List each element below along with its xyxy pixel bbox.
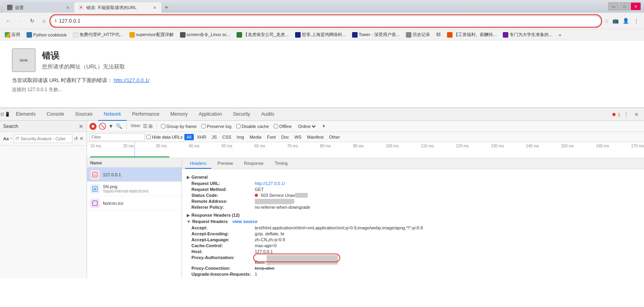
address-bar[interactable]: ℹ 127.0.0.1 xyxy=(51,15,601,27)
forward-button[interactable]: → xyxy=(15,16,25,26)
bookmark-python[interactable]: Python cookbook xyxy=(25,32,68,38)
tick-50ms: 50 ms xyxy=(222,144,232,148)
offline-label: Offline xyxy=(279,124,292,129)
preserve-log-checkbox[interactable] xyxy=(201,124,206,128)
bookmark-proxy[interactable]: 免费代理IP_HTTP代... xyxy=(71,32,124,38)
throttle-select[interactable]: Online xyxy=(296,124,317,129)
devtools-tab-elements[interactable]: Elements xyxy=(10,108,41,121)
filter-type-media[interactable]: Media xyxy=(247,134,264,140)
general-section-header[interactable]: ▶ General xyxy=(187,175,639,179)
bookmark-ye[interactable]: 耶 xyxy=(435,32,442,38)
tab-strip: 设置 ✕ ✕ 错误: 不能获取请求的URL ✕ + xyxy=(3,0,607,13)
detail-tab-response[interactable]: Response xyxy=(239,158,269,169)
request-item-root[interactable]: </> 127.0.0.1 xyxy=(87,168,182,182)
detail-tab-preview[interactable]: Preview xyxy=(213,158,238,169)
search-close-button[interactable]: ✕ xyxy=(79,123,83,130)
timeline-cursor xyxy=(134,142,135,158)
filter-type-ws[interactable]: WS xyxy=(292,134,304,140)
profile-icon[interactable]: 👤 xyxy=(621,16,631,26)
devtools-tab-application-label: Application xyxy=(199,111,222,117)
devtools-tab-application[interactable]: Application xyxy=(193,108,227,121)
request-item-favicon[interactable]: favicon.ico xyxy=(87,196,182,210)
detail-tab-headers[interactable]: Headers xyxy=(185,158,211,169)
tick-140ms: 140 ms xyxy=(526,144,539,148)
bookmark-extend[interactable]: » xyxy=(557,32,563,37)
error-favicon: ✕ xyxy=(78,5,84,10)
hide-data-urls-option[interactable]: Hide data URLs xyxy=(146,135,183,139)
reload-button[interactable]: ↻ xyxy=(27,16,37,26)
search-network-icon[interactable]: 🔍 xyxy=(116,123,122,129)
req-name-main-sn: SN.png xyxy=(103,184,178,189)
search-input[interactable] xyxy=(13,134,72,143)
detail-tab-timing[interactable]: Timing xyxy=(270,158,292,169)
tab-settings[interactable]: 设置 ✕ xyxy=(3,2,74,13)
disable-cache-option[interactable]: Disable cache xyxy=(236,124,269,129)
hide-data-urls-checkbox[interactable] xyxy=(146,135,151,139)
error-link[interactable]: http://127.0.0.1/ xyxy=(114,77,149,83)
disable-cache-checkbox[interactable] xyxy=(236,124,241,128)
view-table-icon[interactable]: ☰ xyxy=(143,123,148,129)
devtools-pointer-icon[interactable]: ⊡ xyxy=(0,112,4,117)
record-button[interactable]: ⏺ xyxy=(89,123,97,130)
bookmark-xiangxiang[interactable]: 想享,上海蜚鸿网络科... xyxy=(294,32,347,38)
bookmark-students[interactable]: 专门为大学生准备的... xyxy=(501,32,554,38)
group-by-frame-option[interactable]: Group by frame xyxy=(161,124,197,129)
offline-checkbox[interactable] xyxy=(274,124,278,128)
devtools-device-icon[interactable]: 📱 xyxy=(5,112,10,117)
bookmark-screen[interactable]: screen命令_Linux sc... xyxy=(178,32,232,38)
group-by-frame-checkbox[interactable] xyxy=(161,124,165,128)
filter-type-css[interactable]: CSS xyxy=(220,134,234,140)
view-source-link[interactable]: view source xyxy=(233,219,258,224)
back-button[interactable]: ← xyxy=(3,16,13,26)
filter-input[interactable] xyxy=(89,133,145,141)
preserve-log-option[interactable]: Preserve log xyxy=(201,124,231,129)
filter-type-xhr[interactable]: XHR xyxy=(195,134,208,140)
devtools-tab-audits[interactable]: Audits xyxy=(256,108,280,121)
bookmark-tower[interactable]: Tower - 深受用户喜... xyxy=(350,32,401,38)
close-button[interactable]: ✕ xyxy=(631,2,641,10)
filter-type-manifest[interactable]: Manifest xyxy=(305,134,326,140)
search-reload-icon[interactable]: ↺ xyxy=(74,136,78,141)
tab-error-close[interactable]: ✕ xyxy=(152,5,157,10)
devtools-tab-sources[interactable]: Sources xyxy=(70,108,98,121)
devtools-tab-console[interactable]: Console xyxy=(41,108,70,121)
request-item-sn[interactable]: 🖼 SN.png /squid-internal-static/icons xyxy=(87,182,182,196)
menu-button[interactable]: ⋮ xyxy=(631,16,641,26)
tab-settings-close[interactable]: ✕ xyxy=(65,5,70,10)
home-button[interactable]: ⌂ xyxy=(39,16,49,26)
filter-type-img[interactable]: Img xyxy=(235,134,246,140)
view-grid-icon[interactable]: ⊞ xyxy=(148,123,153,129)
devtools-close-icon[interactable]: ✕ xyxy=(632,110,641,119)
filter-type-doc[interactable]: Doc xyxy=(279,134,292,140)
offline-option[interactable]: Offline xyxy=(274,124,292,129)
python-icon xyxy=(27,32,32,38)
filter-type-js[interactable]: JS xyxy=(209,134,219,140)
filter-type-all[interactable]: All xyxy=(184,134,194,140)
devtools-tab-performance[interactable]: Performance xyxy=(127,108,165,121)
devtools-tab-network[interactable]: Network xyxy=(98,108,127,121)
bookmark-tools[interactable]: 【工资福利、薪酬待... xyxy=(445,32,498,38)
bookmark-apps[interactable]: 应用 xyxy=(3,32,22,38)
filter-type-other[interactable]: Other xyxy=(327,134,343,140)
minimize-button[interactable]: — xyxy=(608,2,619,10)
devtools-tab-security[interactable]: Security xyxy=(227,108,256,121)
chrome-cast-icon[interactable]: 📺 xyxy=(611,16,620,26)
tab-error[interactable]: ✕ 错误: 不能获取请求的URL ✕ xyxy=(74,2,161,13)
bookmark-supervisor[interactable]: supervisor配置详解 xyxy=(128,32,175,38)
devtools-tab-memory[interactable]: Memory xyxy=(165,108,193,121)
filter-icon[interactable]: ▼ xyxy=(108,123,114,129)
devtools-settings-icon[interactable]: ⋮ xyxy=(622,110,631,119)
new-tab-button[interactable]: + xyxy=(161,2,172,13)
filter-type-font[interactable]: Font xyxy=(265,134,278,140)
bookmark-history[interactable]: 历史记录 xyxy=(404,32,432,38)
bookmark-star-button[interactable]: ☆ xyxy=(604,18,609,24)
search-input-row: Aa • ↺ ✕ xyxy=(3,134,83,143)
clear-button[interactable]: 🚫 xyxy=(99,123,106,130)
request-headers-section[interactable]: ▼ Request Headers view source xyxy=(187,219,639,224)
response-headers-section[interactable]: ▶ Response Headers (12) xyxy=(187,213,639,217)
bookmark-security[interactable]: 【龙虎保安公司_龙虎... xyxy=(235,32,290,38)
search-cancel-icon[interactable]: ✕ xyxy=(80,136,83,141)
tick-160ms: 160 ms xyxy=(596,144,609,148)
status-code-key: Status Code: xyxy=(191,193,255,198)
maximize-button[interactable]: □ xyxy=(619,2,630,10)
